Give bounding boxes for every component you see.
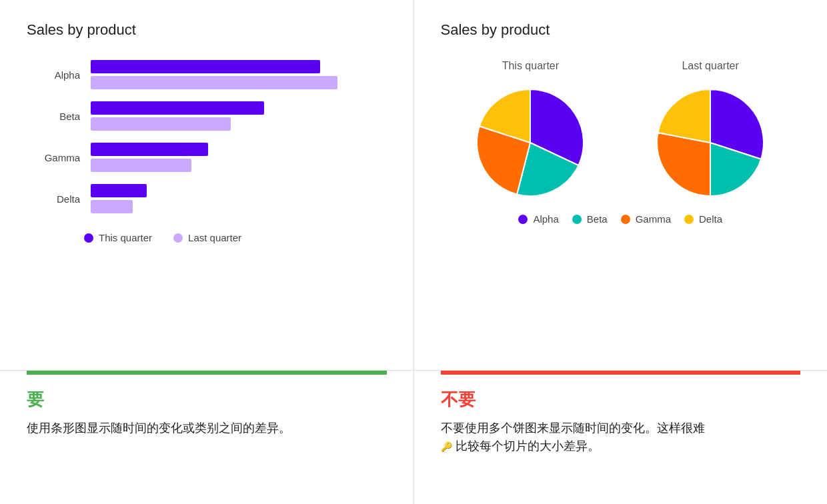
- pie-legend-item-alpha: Alpha: [518, 213, 558, 225]
- left-panel: Sales by product AlphaBetaGammaDelta Thi…: [0, 0, 414, 370]
- pie-legend-item-gamma: Gamma: [621, 213, 671, 225]
- bar-last-quarter: [91, 76, 337, 89]
- bar-row: Delta: [33, 184, 380, 213]
- bar-last-quarter: [91, 117, 231, 131]
- pie-slice-gamma: [657, 133, 710, 196]
- legend-this-quarter: This quarter: [84, 232, 152, 243]
- legend-dot-this: [84, 233, 93, 243]
- legend-this-label: This quarter: [99, 232, 152, 243]
- right-panel: Sales by product This quarter Last quart…: [414, 0, 828, 370]
- pie-legend-dot: [572, 215, 582, 224]
- pie-legend-dot: [621, 215, 630, 224]
- bar-row: Alpha: [33, 60, 380, 89]
- bottom-left-label: 要: [27, 388, 387, 411]
- bar-label: Beta: [33, 111, 80, 122]
- bar-label: Gamma: [33, 152, 80, 163]
- bottom-right-text-line2: 比较每个切片的大小差异。: [456, 439, 600, 453]
- bars-container: [91, 143, 380, 172]
- bars-container: [91, 60, 380, 89]
- pie-this-quarter: This quarter: [470, 60, 590, 203]
- red-indicator-bar: [441, 371, 801, 375]
- bottom-right-text-line1: 不要使用多个饼图来显示随时间的变化。这样很难: [441, 421, 705, 435]
- legend-dot-last: [173, 233, 183, 243]
- bottom-right-panel: 不要 不要使用多个饼图来显示随时间的变化。这样很难 🔑 比较每个切片的大小差异。: [414, 371, 828, 504]
- bar-chart: AlphaBetaGammaDelta: [27, 60, 387, 213]
- bar-row: Beta: [33, 101, 380, 131]
- bottom-left-panel: 要 使用条形图显示随时间的变化或类别之间的差异。: [0, 371, 414, 504]
- bar-this-quarter: [91, 60, 320, 73]
- left-panel-title: Sales by product: [27, 21, 387, 39]
- bar-last-quarter: [91, 159, 191, 172]
- pie-last-label: Last quarter: [682, 60, 738, 72]
- pie-legend-label: Gamma: [636, 213, 671, 225]
- right-panel-title: Sales by product: [441, 21, 801, 39]
- bar-label: Alpha: [33, 69, 80, 81]
- bar-this-quarter: [91, 184, 147, 197]
- pie-slice-delta: [658, 89, 711, 143]
- legend-last-label: Last quarter: [188, 232, 241, 243]
- bottom-left-text: 使用条形图显示随时间的变化或类别之间的差异。: [27, 419, 387, 437]
- bottom-section: 要 使用条形图显示随时间的变化或类别之间的差异。 不要 不要使用多个饼图来显示随…: [0, 371, 827, 504]
- key-icon: 🔑: [441, 441, 452, 452]
- pie-legend-label: Beta: [587, 213, 608, 225]
- bar-last-quarter: [91, 200, 133, 213]
- pie-this-label: This quarter: [502, 60, 559, 72]
- pie-last-quarter: Last quarter: [650, 60, 770, 203]
- pie-legend-dot: [684, 215, 694, 224]
- pie-this-svg: [470, 83, 590, 203]
- pie-last-svg: [650, 83, 770, 203]
- bottom-right-label: 不要: [441, 388, 801, 411]
- bars-container: [91, 101, 380, 131]
- pie-legend-dot: [518, 215, 528, 224]
- legend-last-quarter: Last quarter: [173, 232, 241, 243]
- pie-legend-item-beta: Beta: [572, 213, 608, 225]
- pie-legend-item-delta: Delta: [684, 213, 722, 225]
- bottom-right-text: 不要使用多个饼图来显示随时间的变化。这样很难 🔑 比较每个切片的大小差异。: [441, 419, 801, 455]
- pie-section: This quarter Last quarter: [441, 60, 801, 203]
- bars-container: [91, 184, 380, 213]
- bar-row: Gamma: [33, 143, 380, 172]
- bar-label: Delta: [33, 193, 80, 205]
- green-indicator-bar: [27, 371, 387, 375]
- pie-legend-label: Alpha: [533, 213, 558, 225]
- bar-chart-legend: This quarter Last quarter: [27, 232, 387, 243]
- pie-legend-label: Delta: [699, 213, 722, 225]
- pie-legend: AlphaBetaGammaDelta: [441, 213, 801, 225]
- bar-this-quarter: [91, 143, 208, 156]
- bar-this-quarter: [91, 101, 264, 115]
